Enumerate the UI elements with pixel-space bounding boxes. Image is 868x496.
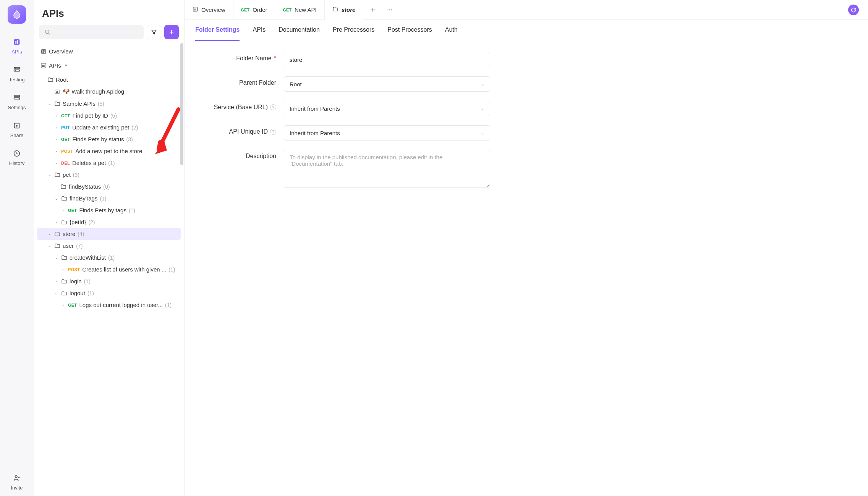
svg-point-21	[389, 9, 390, 10]
chevron-right-icon: ›	[53, 137, 59, 142]
tree-label: Deletes a pet	[72, 160, 106, 166]
main-panel: Overview GET Order GET New API store Fol…	[185, 0, 868, 496]
filter-button[interactable]	[147, 25, 161, 39]
tree-api-findbytags[interactable]: › GET Finds Pets by tags (1)	[37, 204, 181, 216]
rail-item-settings[interactable]: Settings	[0, 88, 34, 116]
markdown-icon: M	[54, 89, 60, 95]
parent-folder-label: Parent Folder	[200, 76, 284, 86]
select-value: Inherit from Parents	[290, 130, 340, 136]
tree-label: Creates list of users with given ...	[82, 266, 166, 273]
chevron-down-icon: ⌄	[47, 101, 52, 106]
subtab-post-processors[interactable]: Post Processors	[387, 20, 432, 41]
tree-label: findByStatus	[69, 183, 101, 190]
chevron-down-icon: ⌄	[53, 291, 59, 296]
parent-folder-select[interactable]: Root ⌄	[284, 76, 490, 92]
tab-store[interactable]: store	[325, 0, 364, 20]
tree-label: Overview	[49, 48, 73, 55]
rail-item-history[interactable]: History	[0, 144, 34, 171]
tab-new-api[interactable]: GET New API	[275, 0, 324, 19]
tab-overview[interactable]: Overview	[185, 0, 233, 19]
sidebar: APIs Overview 96 APIs ▾ Root M 🐶 Walk	[34, 0, 185, 496]
tree-api-item[interactable]: › GET Find pet by ID (5)	[37, 110, 181, 121]
tree-overview[interactable]: Overview	[37, 45, 181, 57]
api-root-icon: 96	[40, 63, 47, 69]
help-icon[interactable]: ?	[270, 129, 276, 135]
tree-folder-findbystatus[interactable]: findByStatus (0)	[37, 181, 181, 192]
tree-folder-user[interactable]: ⌄ user (7)	[37, 240, 181, 252]
folder-name-input[interactable]	[284, 52, 490, 67]
rail-item-apis[interactable]: APIs	[0, 32, 34, 60]
rail-label: Testing	[9, 77, 24, 82]
tree-folder-store[interactable]: › store (4)	[37, 228, 181, 240]
tree-api-logout[interactable]: › GET Logs out current logged in user...…	[37, 299, 181, 311]
chevron-right-icon: ›	[47, 232, 52, 236]
svg-point-22	[391, 9, 392, 10]
scrollbar-thumb[interactable]	[180, 43, 183, 165]
search-input[interactable]	[39, 25, 144, 39]
more-icon	[386, 6, 393, 13]
subtab-apis[interactable]: APIs	[253, 20, 266, 41]
subtab-auth[interactable]: Auth	[445, 20, 458, 41]
tab-order[interactable]: GET Order	[233, 0, 275, 19]
subtab-pre-processors[interactable]: Pre Processors	[333, 20, 374, 41]
subtab-documentation[interactable]: Documentation	[279, 20, 320, 41]
chevron-down-icon: ⌄	[53, 255, 59, 260]
tree-label: store	[63, 231, 75, 237]
folder-icon	[60, 184, 66, 190]
tree-markdown-walk[interactable]: M 🐶 Walk through Apidog	[37, 86, 181, 98]
rail-item-share[interactable]: Share	[0, 116, 34, 144]
subtab-folder-settings[interactable]: Folder Settings	[195, 20, 240, 41]
help-icon[interactable]: ?	[270, 104, 276, 110]
svg-rect-2	[17, 40, 18, 44]
sync-button[interactable]	[848, 5, 859, 15]
tree-count: (3)	[73, 172, 79, 178]
tree-label: pet	[63, 171, 71, 178]
tree-folder-createwithlist[interactable]: ⌄ createWithList (1)	[37, 252, 181, 263]
tree-label: Logs out current logged in user...	[79, 302, 163, 308]
tree-api-createwithlist[interactable]: › POST Creates list of users with given …	[37, 263, 181, 275]
tree-folder-sample[interactable]: ⌄ Sample APIs (5)	[37, 98, 181, 110]
tree-api-item[interactable]: › DEL Deletes a pet (1)	[37, 157, 181, 169]
tree-api-item[interactable]: › POST Add a new pet to the store	[37, 145, 181, 157]
tree-apis-root[interactable]: 96 APIs ▾	[37, 60, 181, 71]
method-badge: PUT	[61, 125, 70, 130]
tree-count: (2)	[131, 124, 138, 131]
tab-more-button[interactable]	[382, 3, 397, 17]
unique-id-select[interactable]: Inherit from Parents ⌄	[284, 125, 490, 141]
tree-api-item[interactable]: › PUT Update an existing pet (2)	[37, 121, 181, 133]
tree-folder-pet[interactable]: ⌄ pet (3)	[37, 169, 181, 181]
description-textarea[interactable]	[284, 150, 490, 188]
tree-api-item[interactable]: › GET Finds Pets by status (3)	[37, 133, 181, 145]
chevron-right-icon: ›	[60, 267, 66, 272]
tree-count: (0)	[103, 184, 110, 190]
folder-icon	[54, 231, 60, 237]
rail-label: Share	[10, 132, 24, 138]
svg-rect-0	[14, 39, 20, 45]
method-badge: POST	[61, 149, 73, 153]
rail-item-invite[interactable]: Invite	[0, 468, 34, 496]
new-tab-button[interactable]	[366, 3, 380, 17]
service-select[interactable]: Inherit from Parents ⌄	[284, 101, 490, 116]
select-value: Inherit from Parents	[290, 105, 340, 112]
select-value: Root	[290, 81, 302, 87]
folder-icon	[61, 219, 67, 225]
tree-folder-root[interactable]: Root	[37, 74, 181, 86]
tree-folder-login[interactable]: › login (1)	[37, 275, 181, 287]
tree-count: (5)	[110, 113, 117, 119]
rail-item-testing[interactable]: Testing	[0, 60, 34, 88]
tree-folder-petid[interactable]: › {petId} (2)	[37, 216, 181, 228]
rail-label: Settings	[8, 105, 26, 110]
tree-folder-findbytags[interactable]: ⌄ findByTags (1)	[37, 192, 181, 204]
tree-folder-logout[interactable]: ⌄ logout (1)	[37, 287, 181, 299]
settings-icon	[12, 93, 21, 102]
tab-label: store	[342, 6, 356, 13]
left-rail: APIs Testing Settings Share History Invi…	[0, 0, 34, 496]
add-button[interactable]	[164, 25, 179, 39]
folder-icon	[61, 278, 67, 284]
folder-icon	[54, 243, 60, 249]
svg-text:96: 96	[42, 65, 45, 67]
tab-label: Overview	[201, 6, 225, 13]
tree-label: createWithList	[70, 254, 106, 261]
tree-count: (1)	[168, 267, 175, 273]
chevron-right-icon: ›	[53, 161, 59, 165]
